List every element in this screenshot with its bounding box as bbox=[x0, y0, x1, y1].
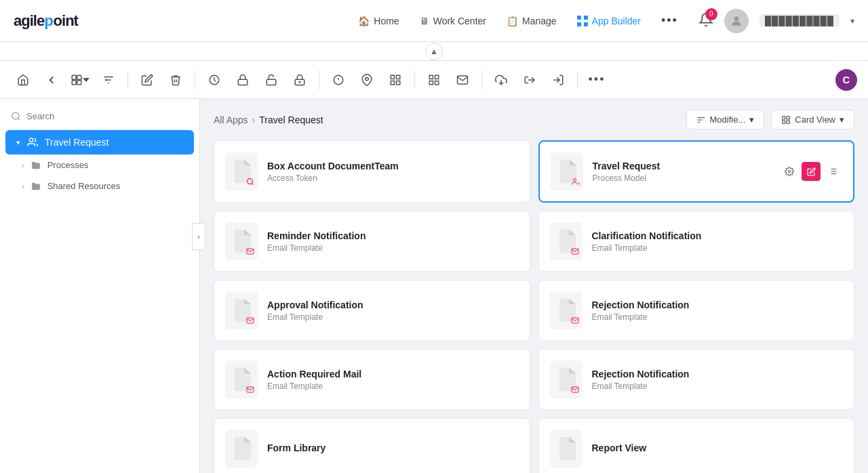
view-toggle-button[interactable]: Card View ▾ bbox=[771, 110, 854, 129]
card-edit-btn[interactable] bbox=[802, 162, 821, 181]
card-subtitle-rejection-2: Email Template bbox=[592, 382, 844, 391]
card-box-account[interactable]: Box Account DocumentTeam Access Token bbox=[214, 140, 530, 203]
logo[interactable]: agilepoint bbox=[14, 12, 78, 30]
nav-workcenter-label: Work Center bbox=[433, 16, 486, 26]
collapse-button[interactable]: ▲ bbox=[425, 43, 443, 60]
svg-rect-25 bbox=[391, 81, 394, 84]
card-title-report: Report View bbox=[592, 443, 844, 453]
svg-rect-42 bbox=[783, 121, 785, 123]
email-reminder-badge-icon bbox=[246, 246, 254, 258]
card-title-rejection-2: Rejection Notification bbox=[592, 369, 844, 379]
svg-rect-15 bbox=[238, 79, 248, 85]
svg-point-22 bbox=[366, 77, 369, 81]
card-icon-travel bbox=[551, 152, 583, 190]
svg-rect-23 bbox=[391, 75, 394, 79]
nav-right: 0 ██████████ ▾ bbox=[698, 9, 854, 33]
breadcrumb-parent[interactable]: All Apps bbox=[214, 115, 248, 125]
card-icon-form-library bbox=[225, 430, 258, 468]
svg-rect-2 bbox=[577, 22, 581, 26]
toolbar-delete[interactable] bbox=[163, 68, 188, 92]
toolbar-history[interactable] bbox=[202, 68, 226, 92]
toolbar-lock2[interactable] bbox=[288, 68, 312, 92]
toolbar-back[interactable] bbox=[39, 68, 64, 92]
user-circle-button[interactable]: C bbox=[835, 69, 857, 91]
toolbar-share1[interactable] bbox=[489, 68, 513, 92]
card-subtitle-reminder: Email Template bbox=[267, 243, 519, 253]
sidebar-item-travel-request[interactable]: ▾ Travel Request bbox=[5, 130, 194, 155]
sidebar-item-shared-resources[interactable]: › Shared Resources bbox=[0, 176, 199, 197]
toolbar-home[interactable] bbox=[11, 68, 35, 92]
sidebar-item-label: Travel Request bbox=[45, 137, 108, 148]
email-action-badge-icon bbox=[246, 384, 254, 396]
svg-rect-24 bbox=[397, 75, 400, 79]
notification-badge: 0 bbox=[705, 8, 717, 20]
card-settings-btn[interactable] bbox=[780, 162, 799, 181]
toolbar-edit[interactable] bbox=[135, 68, 159, 92]
email-clarification-badge-icon bbox=[571, 246, 579, 258]
content-header: All Apps › Travel Request Modifie... ▾ C… bbox=[214, 110, 854, 129]
sort-label: Modifie... bbox=[710, 115, 746, 125]
card-rejection-1[interactable]: Rejection Notification Email Template bbox=[538, 280, 855, 341]
sidebar-search-container bbox=[0, 107, 199, 130]
user-dropdown-icon[interactable]: ▾ bbox=[850, 16, 854, 26]
sort-button[interactable]: Modifie... ▾ bbox=[686, 110, 765, 129]
toolbar-unlock[interactable] bbox=[259, 68, 283, 92]
user-avatar bbox=[724, 9, 749, 33]
svg-rect-26 bbox=[397, 81, 400, 84]
card-subtitle-travel: Process Model bbox=[593, 173, 771, 183]
toolbar-share2[interactable] bbox=[517, 68, 542, 92]
card-filter-btn[interactable] bbox=[823, 162, 842, 181]
users-icon bbox=[27, 137, 38, 148]
toolbar-export[interactable] bbox=[546, 68, 570, 92]
chevron-down-icon: ▾ bbox=[16, 138, 20, 147]
nav-home-label: Home bbox=[374, 16, 399, 26]
toolbar-divider-5 bbox=[481, 70, 482, 89]
toolbar-more[interactable]: ••• bbox=[585, 68, 609, 92]
card-form-library[interactable]: Form Library bbox=[214, 418, 530, 473]
toolbar-add[interactable] bbox=[68, 68, 92, 92]
card-info-approval: Approval Notification Email Template bbox=[267, 300, 519, 322]
card-title-form-library: Form Library bbox=[267, 443, 519, 453]
home-icon: 🏠 bbox=[358, 16, 370, 26]
search-input[interactable] bbox=[26, 111, 189, 121]
toolbar-grid[interactable] bbox=[383, 68, 408, 92]
card-subtitle-approval: Email Template bbox=[267, 312, 519, 322]
nav-workcenter[interactable]: 🖥 Work Center bbox=[420, 16, 486, 26]
card-clarification[interactable]: Clarification Notification Email Templat… bbox=[538, 211, 855, 272]
cards-grid: Box Account DocumentTeam Access Token T bbox=[214, 140, 854, 473]
toolbar-email[interactable] bbox=[450, 68, 475, 92]
svg-rect-5 bbox=[72, 75, 76, 79]
toolbar-divider-3 bbox=[319, 70, 319, 89]
card-action-required[interactable]: Action Required Mail Email Template bbox=[214, 349, 530, 410]
breadcrumb-current: Travel Request bbox=[259, 115, 323, 125]
search-icon bbox=[11, 111, 21, 121]
toolbar-shield[interactable] bbox=[326, 68, 351, 92]
nav-home[interactable]: 🏠 Home bbox=[358, 16, 399, 26]
svg-line-45 bbox=[252, 183, 253, 184]
toolbar-grid2[interactable] bbox=[422, 68, 446, 92]
toolbar-pin[interactable] bbox=[355, 68, 379, 92]
card-title-box: Box Account DocumentTeam bbox=[267, 161, 519, 171]
toolbar-divider-4 bbox=[414, 70, 415, 89]
card-rejection-2[interactable]: Rejection Notification Email Template bbox=[538, 349, 855, 410]
svg-point-18 bbox=[299, 81, 300, 83]
svg-point-34 bbox=[12, 112, 19, 119]
toolbar-lock[interactable] bbox=[231, 68, 255, 92]
nav-manage[interactable]: 📋 Manage bbox=[507, 16, 557, 26]
shared-resources-label: Shared Resources bbox=[47, 181, 121, 191]
card-reminder[interactable]: Reminder Notification Email Template bbox=[214, 211, 530, 272]
card-travel-request[interactable]: Travel Request Process Model bbox=[538, 140, 855, 203]
nav-more[interactable]: ••• bbox=[661, 14, 678, 28]
sidebar-collapse-button[interactable]: ‹ bbox=[192, 223, 205, 250]
card-info-travel: Travel Request Process Model bbox=[593, 161, 771, 183]
svg-rect-29 bbox=[429, 81, 433, 84]
toolbar-filter[interactable] bbox=[96, 68, 121, 92]
notification-button[interactable]: 0 bbox=[698, 12, 713, 30]
card-report-view[interactable]: Report View bbox=[538, 418, 855, 473]
card-info-rejection-2: Rejection Notification Email Template bbox=[592, 369, 844, 391]
svg-rect-1 bbox=[584, 16, 588, 20]
sidebar-item-processes[interactable]: › Processes bbox=[0, 155, 199, 176]
nav-appbuilder[interactable]: App Builder bbox=[577, 16, 641, 26]
breadcrumb-separator: › bbox=[252, 115, 256, 125]
card-approval[interactable]: Approval Notification Email Template bbox=[214, 280, 530, 341]
